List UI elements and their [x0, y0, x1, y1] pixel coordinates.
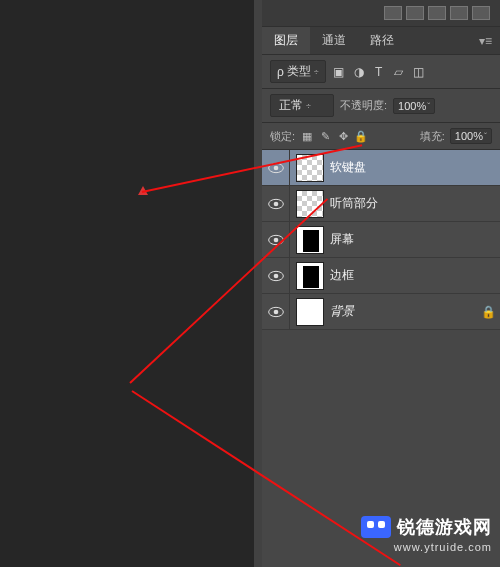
visibility-toggle[interactable] [262, 294, 290, 329]
fill-input[interactable]: 100% ˇ [450, 128, 492, 144]
dropdown-icon: ˇ [484, 131, 487, 141]
layer-row[interactable]: 边框 [262, 258, 500, 294]
adjustment-icon-2[interactable] [406, 6, 424, 20]
visibility-icon [268, 306, 284, 318]
visibility-toggle[interactable] [262, 222, 290, 257]
lock-icon: 🔒 [476, 305, 500, 319]
adjustment-icon-4[interactable] [450, 6, 468, 20]
canvas-surface[interactable] [0, 0, 254, 567]
filter-row: ρ 类型 ÷ ▣ ◑ T ▱ ◫ [262, 55, 500, 89]
opacity-value: 100% [398, 100, 426, 112]
blend-mode-dropdown[interactable]: 正常 ÷ [270, 94, 334, 117]
lock-transparent-icon[interactable]: ▦ [300, 129, 314, 143]
search-icon: ρ [277, 65, 284, 79]
opacity-input[interactable]: 100% ˇ [393, 98, 435, 114]
fill-label: 填充: [420, 129, 445, 144]
watermark: 锐德游戏网 www.ytruide.com [361, 515, 492, 553]
lock-icons: ▦ ✎ ✥ 🔒 [300, 129, 368, 143]
panel-top-icons [262, 0, 500, 27]
svg-point-9 [273, 309, 278, 314]
layer-name[interactable]: 听筒部分 [330, 195, 500, 212]
layer-name[interactable]: 屏幕 [330, 231, 500, 248]
blend-mode-label: 正常 [279, 97, 303, 114]
adjustment-icon-1[interactable] [384, 6, 402, 20]
panel-menu-icon[interactable]: ▾≡ [471, 30, 500, 52]
panel-tabs: 图层 通道 路径 ▾≡ [262, 27, 500, 55]
filter-shape-icon[interactable]: ▱ [392, 65, 406, 79]
blend-row: 正常 ÷ 不透明度: 100% ˇ [262, 89, 500, 123]
layers-panel: 图层 通道 路径 ▾≡ ρ 类型 ÷ ▣ ◑ T ▱ ◫ 正常 ÷ 不透明度: … [262, 0, 500, 567]
layer-row[interactable]: 软键盘 [262, 150, 500, 186]
watermark-url: www.ytruide.com [361, 541, 492, 553]
visibility-toggle[interactable] [262, 258, 290, 293]
watermark-brand: 锐德游戏网 [397, 515, 492, 539]
dropdown-icon: ÷ [314, 67, 319, 77]
adjustment-icon-3[interactable] [428, 6, 446, 20]
lock-all-icon[interactable]: 🔒 [354, 129, 368, 143]
svg-point-1 [273, 165, 278, 170]
watermark-logo-icon [361, 516, 391, 538]
tab-layers[interactable]: 图层 [262, 27, 310, 54]
layer-row[interactable]: 背景🔒 [262, 294, 500, 330]
kind-label: 类型 [287, 63, 311, 80]
layer-name[interactable]: 软键盘 [330, 159, 500, 176]
layer-name[interactable]: 背景 [330, 303, 476, 320]
fill-value: 100% [455, 130, 483, 142]
layer-thumb[interactable] [296, 262, 324, 290]
svg-point-7 [273, 273, 278, 278]
svg-point-5 [273, 237, 278, 242]
ruler-vertical [254, 0, 262, 567]
filter-image-icon[interactable]: ▣ [332, 65, 346, 79]
lock-position-icon[interactable]: ✥ [336, 129, 350, 143]
adjustment-icon-5[interactable] [472, 6, 490, 20]
layer-row[interactable]: 听筒部分 [262, 186, 500, 222]
dropdown-icon: ÷ [306, 101, 311, 111]
lock-label: 锁定: [270, 129, 295, 144]
visibility-toggle[interactable] [262, 186, 290, 221]
layers-list: 软键盘听筒部分屏幕边框背景🔒 [262, 150, 500, 330]
layer-name[interactable]: 边框 [330, 267, 500, 284]
opacity-label: 不透明度: [340, 98, 387, 113]
layer-thumb[interactable] [296, 298, 324, 326]
layer-thumb[interactable] [296, 226, 324, 254]
visibility-icon [268, 198, 284, 210]
lock-pixels-icon[interactable]: ✎ [318, 129, 332, 143]
lock-row: 锁定: ▦ ✎ ✥ 🔒 填充: 100% ˇ [262, 123, 500, 150]
filter-text-icon[interactable]: T [372, 65, 386, 79]
visibility-toggle[interactable] [262, 150, 290, 185]
canvas-area[interactable] [0, 0, 262, 567]
tab-paths[interactable]: 路径 [358, 27, 406, 54]
dropdown-icon: ˇ [427, 101, 430, 111]
visibility-icon [268, 270, 284, 282]
kind-filter-dropdown[interactable]: ρ 类型 ÷ [270, 60, 326, 83]
svg-point-3 [273, 201, 278, 206]
filter-smart-icon[interactable]: ◫ [412, 65, 426, 79]
tab-channels[interactable]: 通道 [310, 27, 358, 54]
filter-adjust-icon[interactable]: ◑ [352, 65, 366, 79]
